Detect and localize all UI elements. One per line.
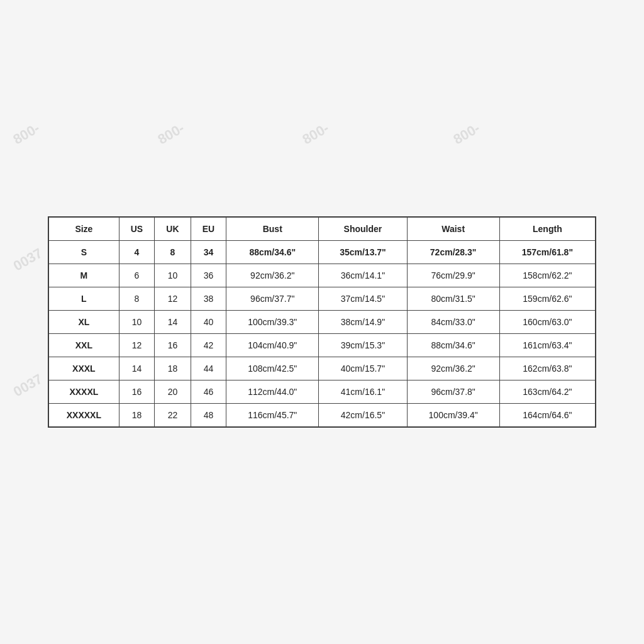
table-cell: 84cm/33.0"	[407, 311, 499, 334]
table-cell: 76cm/29.9"	[407, 264, 499, 287]
table-cell: 22	[155, 404, 191, 427]
size-chart-table: Size US UK EU Bust Shoulder Waist Length…	[48, 217, 596, 427]
table-cell: 116cm/45.7"	[226, 404, 319, 427]
table-cell: 12	[119, 334, 154, 357]
table-cell: 112cm/44.0"	[226, 380, 319, 404]
table-cell: 92cm/36.2"	[226, 264, 319, 287]
table-cell: 158cm/62.2"	[499, 264, 595, 287]
table-cell: 96cm/37.8"	[407, 380, 499, 404]
table-cell: 34	[191, 241, 226, 264]
table-row: M6103692cm/36.2"36cm/14.1"76cm/29.9"158c…	[49, 264, 596, 287]
table-cell: 88cm/34.6"	[407, 334, 499, 357]
table-cell: 40	[191, 311, 226, 334]
table-cell: 40cm/15.7"	[319, 357, 407, 380]
table-cell: 6	[119, 264, 154, 287]
table-cell: L	[49, 287, 119, 311]
table-cell: XXXL	[49, 357, 119, 380]
table-cell: 163cm/64.2"	[499, 380, 595, 404]
watermark: 800-	[299, 120, 331, 148]
size-chart-container: Size US UK EU Bust Shoulder Waist Length…	[48, 216, 596, 428]
table-cell: 42cm/16.5"	[319, 404, 407, 427]
watermark: 800-	[450, 120, 482, 148]
table-cell: 96cm/37.7"	[226, 287, 319, 311]
table-cell: 92cm/36.2"	[407, 357, 499, 380]
table-cell: 108cm/42.5"	[226, 357, 319, 380]
col-header-length: Length	[499, 218, 595, 241]
watermark: 800-	[10, 120, 42, 148]
table-row: XXXL141844108cm/42.5"40cm/15.7"92cm/36.2…	[49, 357, 596, 380]
table-row: XL101440100cm/39.3"38cm/14.9"84cm/33.0"1…	[49, 311, 596, 334]
table-cell: 14	[155, 311, 191, 334]
table-cell: 48	[191, 404, 226, 427]
table-cell: 164cm/64.6"	[499, 404, 595, 427]
table-cell: 157cm/61.8"	[499, 241, 595, 264]
table-cell: XXL	[49, 334, 119, 357]
table-cell: 38cm/14.9"	[319, 311, 407, 334]
table-cell: 14	[119, 357, 154, 380]
table-cell: S	[49, 241, 119, 264]
table-cell: 100cm/39.3"	[226, 311, 319, 334]
table-cell: 12	[155, 287, 191, 311]
table-cell: 44	[191, 357, 226, 380]
table-cell: 88cm/34.6"	[226, 241, 319, 264]
table-cell: XXXXL	[49, 380, 119, 404]
table-cell: 161cm/63.4"	[499, 334, 595, 357]
col-header-bust: Bust	[226, 218, 319, 241]
table-cell: XL	[49, 311, 119, 334]
table-cell: 159cm/62.6"	[499, 287, 595, 311]
table-cell: 16	[155, 334, 191, 357]
table-cell: 72cm/28.3"	[407, 241, 499, 264]
table-cell: 39cm/15.3"	[319, 334, 407, 357]
table-cell: 41cm/16.1"	[319, 380, 407, 404]
col-header-size: Size	[49, 218, 119, 241]
table-cell: 18	[119, 404, 154, 427]
table-cell: 100cm/39.4"	[407, 404, 499, 427]
table-cell: 36	[191, 264, 226, 287]
table-cell: 16	[119, 380, 154, 404]
table-row: XXXXXL182248116cm/45.7"42cm/16.5"100cm/3…	[49, 404, 596, 427]
table-cell: 46	[191, 380, 226, 404]
table-cell: 37cm/14.5"	[319, 287, 407, 311]
table-cell: 10	[155, 264, 191, 287]
table-cell: 160cm/63.0"	[499, 311, 595, 334]
table-cell: 80cm/31.5"	[407, 287, 499, 311]
table-cell: 162cm/63.8"	[499, 357, 595, 380]
col-header-waist: Waist	[407, 218, 499, 241]
table-row: S483488cm/34.6"35cm/13.7"72cm/28.3"157cm…	[49, 241, 596, 264]
table-cell: 18	[155, 357, 191, 380]
col-header-eu: EU	[191, 218, 226, 241]
table-cell: 35cm/13.7"	[319, 241, 407, 264]
table-cell: 36cm/14.1"	[319, 264, 407, 287]
watermark: 0037	[11, 245, 45, 275]
table-cell: XXXXXL	[49, 404, 119, 427]
table-cell: 8	[155, 241, 191, 264]
table-cell: M	[49, 264, 119, 287]
table-cell: 4	[119, 241, 154, 264]
table-cell: 8	[119, 287, 154, 311]
col-header-us: US	[119, 218, 154, 241]
table-header-row: Size US UK EU Bust Shoulder Waist Length	[49, 218, 596, 241]
table-cell: 38	[191, 287, 226, 311]
table-row: XXL121642104cm/40.9"39cm/15.3"88cm/34.6"…	[49, 334, 596, 357]
col-header-uk: UK	[155, 218, 191, 241]
watermark: 800-	[155, 120, 187, 148]
table-cell: 104cm/40.9"	[226, 334, 319, 357]
table-cell: 20	[155, 380, 191, 404]
col-header-shoulder: Shoulder	[319, 218, 407, 241]
table-row: XXXXL162046112cm/44.0"41cm/16.1"96cm/37.…	[49, 380, 596, 404]
table-cell: 10	[119, 311, 154, 334]
table-cell: 42	[191, 334, 226, 357]
watermark: 0037	[11, 371, 45, 401]
table-row: L8123896cm/37.7"37cm/14.5"80cm/31.5"159c…	[49, 287, 596, 311]
